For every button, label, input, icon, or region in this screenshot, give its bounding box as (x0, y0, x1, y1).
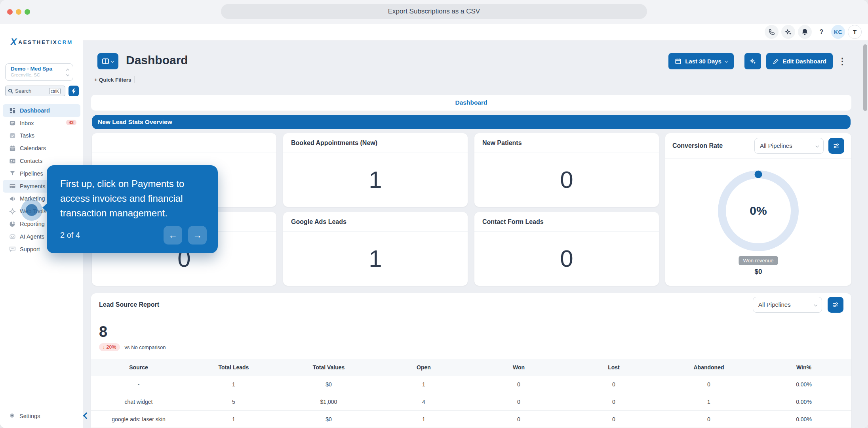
window-title: Export Subscriptions as a CSV (221, 4, 647, 19)
sliders-icon (833, 142, 840, 149)
stat-card-value: 1 (283, 153, 468, 206)
app-window: Export Subscriptions as a CSV ? KC T X A… (0, 0, 868, 428)
phone-icon[interactable] (765, 25, 779, 39)
megaphone-icon (9, 195, 16, 202)
won-revenue-badge: Won revenue (739, 256, 778, 265)
ai-assist-button[interactable] (744, 53, 761, 69)
sliders-icon (832, 301, 839, 308)
tour-tooltip-text: First up, click on Payments to access in… (60, 176, 204, 220)
search-icon (8, 88, 13, 94)
stat-card-google-ads-leads: Google Ads Leads 1 (283, 212, 468, 286)
search-box[interactable]: ctrlK (5, 86, 65, 96)
organization-location: Greenville, SC (11, 73, 63, 77)
sidebar-search-row: ctrlK (5, 86, 79, 96)
dashboard-tab-bar: Dashboard (91, 95, 851, 111)
tour-step-counter: 2 of 4 (60, 231, 158, 240)
stat-card-contact-form-leads: Contact Form Leads 0 (474, 212, 659, 286)
column-header: Lost (566, 364, 661, 371)
search-shortcut-badge: ctrlK (49, 88, 61, 94)
tour-next-button[interactable]: → (188, 226, 207, 245)
pipelines-filter-select[interactable]: All Pipelines (754, 138, 824, 154)
tab-dashboard[interactable]: Dashboard (455, 99, 487, 106)
column-header: Source (91, 364, 186, 371)
organization-selector[interactable]: Demo - Med Spa Greenville, SC (5, 63, 73, 81)
arrow-right-icon: → (193, 230, 202, 241)
stat-card-value: 1 (283, 232, 468, 285)
chart-settings-button[interactable] (828, 138, 844, 154)
quick-filters-divider (134, 76, 135, 83)
minimize-window-button[interactable] (16, 9, 21, 15)
macos-titlebar: Export Subscriptions as a CSV (0, 0, 868, 24)
quick-actions-button[interactable] (69, 86, 79, 96)
sidebar-item-inbox[interactable]: Inbox 43 (3, 117, 80, 130)
dashboard-icon (9, 107, 16, 114)
page-scrollbar[interactable] (863, 44, 867, 111)
org-logo-avatar[interactable]: T (848, 25, 862, 39)
help-icon[interactable]: ? (815, 25, 828, 39)
column-header: Total Leads (186, 364, 281, 371)
chevron-down-icon (111, 59, 114, 63)
tour-prev-button[interactable]: ← (164, 226, 182, 245)
date-range-button[interactable]: Last 30 Days (668, 53, 734, 69)
sidebar-item-settings[interactable]: Settings (3, 410, 80, 422)
top-strip (83, 24, 868, 41)
close-window-button[interactable] (7, 9, 13, 15)
chat-bubble-icon (9, 246, 16, 253)
funnel-icon (9, 170, 16, 177)
lead-report-header: Lead Source Report All Pipelines (91, 293, 851, 316)
sidebar-item-tasks[interactable]: Tasks (3, 130, 80, 142)
brand-name: AESTHETIXCRM (18, 39, 73, 45)
tasks-icon (9, 132, 16, 139)
layout-grid-icon (102, 58, 109, 65)
conversion-rate-value: 0% (718, 170, 799, 251)
conversion-card-header: Conversion Rate All Pipelines (665, 133, 851, 159)
chart-settings-button[interactable] (828, 297, 843, 313)
stat-card-new-patients: New Patients 0 (474, 133, 659, 207)
lead-total-count: 8 (99, 323, 107, 340)
app-body: ? KC T X AESTHETIXCRM Demo - Med Spa Gre… (0, 24, 868, 428)
table-row: -1$010000.00% (91, 376, 851, 393)
comparison-label: vs No comparison (125, 344, 166, 350)
won-revenue-amount: $0 (755, 268, 762, 276)
stat-card-value: 0 (474, 232, 659, 285)
chevron-left-icon (83, 412, 89, 419)
arrow-left-icon: ← (168, 230, 177, 241)
calendar-icon (9, 145, 16, 152)
dashboard-layout-button[interactable] (97, 53, 118, 69)
edit-dashboard-button[interactable]: Edit Dashboard (766, 53, 833, 69)
header-actions: Last 30 Days Edit Dashboard ⋮ (668, 53, 846, 69)
table-row: chat widget5$1,00040010.00% (91, 393, 851, 411)
maximize-window-button[interactable] (25, 9, 30, 15)
user-avatar[interactable]: KC (831, 25, 845, 39)
lead-report-title: Lead Source Report (99, 301, 747, 308)
robot-icon (9, 233, 16, 240)
stat-card-title: Google Ads Leads (283, 212, 468, 232)
sidebar-item-dashboard[interactable]: Dashboard (3, 104, 80, 117)
page-title: Dashboard (126, 54, 188, 67)
gear-icon (9, 412, 15, 420)
chevron-down-icon (814, 303, 817, 306)
selector-chevrons-icon (67, 69, 69, 76)
search-input[interactable] (15, 88, 49, 94)
chevron-down-icon (816, 144, 819, 147)
column-header: Win% (756, 364, 851, 371)
change-percent-badge: ↓ 20% (99, 343, 120, 351)
column-header: Open (376, 364, 471, 371)
inbox-unread-badge: 43 (66, 120, 76, 125)
topbar-actions: ? KC T (765, 25, 862, 39)
inbox-icon (9, 120, 16, 127)
lead-source-report-card: Lead Source Report All Pipelines 8 ↓ 20%… (91, 293, 851, 428)
quick-filters-button[interactable]: + Quick Filters (94, 76, 135, 83)
sidebar-item-calendars[interactable]: Calendars (3, 142, 80, 155)
calendar-icon (675, 58, 681, 65)
column-header: Abandoned (661, 364, 756, 371)
lead-change-row: ↓ 20% vs No comparison (99, 343, 166, 351)
notifications-bell-icon[interactable] (798, 25, 812, 39)
column-header: Total Values (281, 364, 376, 371)
column-header: Won (471, 364, 566, 371)
more-options-button[interactable]: ⋮ (838, 56, 846, 67)
conversion-donut-chart: 0% (718, 170, 799, 251)
sparkles-icon[interactable] (781, 25, 795, 39)
brand-mark-icon: X (10, 36, 16, 48)
pipelines-filter-select[interactable]: All Pipelines (753, 297, 822, 313)
